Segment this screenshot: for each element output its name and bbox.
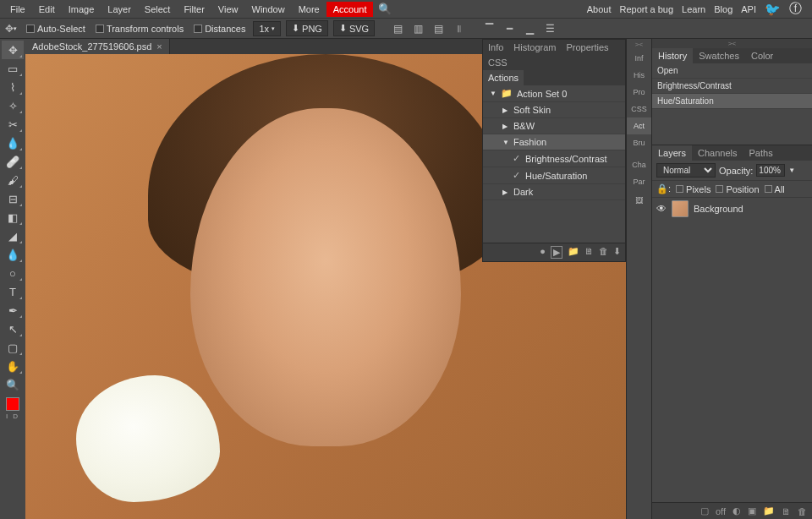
action-row[interactable]: ▶Soft Skin xyxy=(483,102,625,118)
history-item[interactable]: Hue/Saturation xyxy=(652,94,812,109)
new-layer-icon[interactable]: 🗎 xyxy=(782,506,791,516)
scale-dropdown[interactable]: 1x▾ xyxy=(253,21,281,36)
align-center-h-icon[interactable]: ▥ xyxy=(410,21,425,36)
visibility-icon[interactable]: 👁 xyxy=(656,203,667,215)
menu-window[interactable]: Window xyxy=(245,2,292,17)
collapse-arrows-icon[interactable]: >< xyxy=(652,39,812,48)
vtab-css[interactable]: CSS xyxy=(627,101,651,117)
zoom-tool[interactable]: 🔍 xyxy=(2,375,24,394)
mask-icon[interactable]: ▢ xyxy=(700,505,709,516)
canvas-area[interactable]: AdobeStock_277519606.psd × Info Histogra… xyxy=(25,39,626,519)
link-api[interactable]: API xyxy=(741,4,756,14)
export-png-button[interactable]: ⬇PNG xyxy=(286,20,328,36)
layer-thumbnail[interactable] xyxy=(672,200,689,217)
history-item[interactable]: Brightness/Contrast xyxy=(652,79,812,94)
link-learn[interactable]: Learn xyxy=(682,4,705,14)
download-icon[interactable]: ⬇ xyxy=(613,246,621,259)
action-step-row[interactable]: ✓Hue/Saturation xyxy=(483,167,625,184)
distribute-v-icon[interactable]: ☰ xyxy=(542,21,557,36)
tab-swatches[interactable]: Swatches xyxy=(693,48,745,63)
brush-tool[interactable]: 🖌 xyxy=(2,171,24,189)
distribute-h-icon[interactable]: ⫴ xyxy=(451,21,466,36)
adjustment-icon[interactable]: ◐ xyxy=(732,505,741,516)
lock-position-checkbox[interactable]: Position xyxy=(716,184,759,194)
folder-icon[interactable]: 📁 xyxy=(763,505,775,516)
history-item[interactable]: Open xyxy=(652,63,812,79)
align-left-icon[interactable]: ▤ xyxy=(390,21,405,36)
dodge-tool[interactable]: ○ xyxy=(2,264,24,282)
tab-css[interactable]: CSS xyxy=(483,55,513,70)
foreground-color-swatch[interactable] xyxy=(6,397,19,411)
new-folder-icon[interactable]: 📁 xyxy=(568,246,579,259)
action-step-row[interactable]: ✓Brightness/Contrast xyxy=(483,150,625,167)
hand-tool[interactable]: ✋ xyxy=(2,357,24,375)
transform-controls-checkbox[interactable]: Transform controls xyxy=(93,24,186,34)
tab-history[interactable]: History xyxy=(652,48,693,63)
marquee-tool[interactable]: ▭ xyxy=(2,59,24,78)
vtab-paragraph[interactable]: Par xyxy=(627,173,651,190)
lasso-tool[interactable]: ⌇ xyxy=(2,78,24,96)
blend-mode-select[interactable]: Normal xyxy=(656,163,716,178)
eraser-tool[interactable]: ◧ xyxy=(2,208,24,227)
vtab-actions[interactable]: Act xyxy=(627,117,651,134)
opacity-slider-icon[interactable]: ▼ xyxy=(788,167,795,174)
menu-view[interactable]: View xyxy=(211,2,245,17)
record-icon[interactable]: ● xyxy=(540,246,546,259)
menu-image[interactable]: Image xyxy=(62,2,102,17)
wand-tool[interactable]: ✧ xyxy=(2,96,24,115)
menu-layer[interactable]: Layer xyxy=(101,2,138,17)
layer-row[interactable]: 👁 Background xyxy=(652,198,812,220)
expand-arrows-icon[interactable]: >< xyxy=(627,39,651,50)
action-row-fashion[interactable]: ▼Fashion xyxy=(483,134,625,150)
search-icon[interactable]: 🔍 xyxy=(378,3,392,15)
path-tool[interactable]: ↖ xyxy=(2,320,24,338)
delete-icon[interactable]: 🗑 xyxy=(599,246,608,259)
menu-filter[interactable]: Filter xyxy=(177,2,211,17)
gradient-tool[interactable]: ◢ xyxy=(2,227,24,245)
menu-more[interactable]: More xyxy=(292,2,326,17)
vtab-history[interactable]: His xyxy=(627,67,651,84)
export-svg-button[interactable]: ⬇SVG xyxy=(333,20,375,36)
tab-actions[interactable]: Actions xyxy=(483,70,524,85)
menu-file[interactable]: File xyxy=(3,2,32,17)
play-icon[interactable]: ▶ xyxy=(551,246,562,259)
opacity-input[interactable]: 100% xyxy=(756,164,785,177)
menu-account[interactable]: Account xyxy=(326,2,374,17)
tab-color[interactable]: Color xyxy=(745,48,779,63)
vtab-info[interactable]: Inf xyxy=(627,50,651,67)
shape-tool[interactable]: ▢ xyxy=(2,338,24,357)
distances-checkbox[interactable]: Distances xyxy=(191,24,248,34)
stamp-tool[interactable]: ⊟ xyxy=(2,189,24,208)
heal-tool[interactable]: 🩹 xyxy=(2,152,24,171)
eyedropper-tool[interactable]: 💧 xyxy=(2,134,24,152)
mask-add-icon[interactable]: ▣ xyxy=(748,505,756,516)
link-blog[interactable]: Blog xyxy=(714,4,732,14)
tab-info[interactable]: Info xyxy=(483,40,508,55)
auto-select-checkbox[interactable]: Auto-Select xyxy=(24,24,88,34)
action-row[interactable]: ▶Dark xyxy=(483,184,625,200)
tab-paths[interactable]: Paths xyxy=(743,145,779,161)
link-bug[interactable]: Report a bug xyxy=(619,4,673,14)
align-right-icon[interactable]: ▤ xyxy=(431,21,446,36)
link-about[interactable]: About xyxy=(587,4,612,14)
document-tab[interactable]: AdobeStock_277519606.psd × xyxy=(25,39,170,54)
pen-tool[interactable]: ✒ xyxy=(2,301,24,320)
tab-layers[interactable]: Layers xyxy=(652,145,692,161)
twitter-icon[interactable]: 🐦 xyxy=(765,2,781,17)
vtab-brush[interactable]: Bru xyxy=(627,134,651,151)
tab-properties[interactable]: Properties xyxy=(561,40,613,55)
align-center-v-icon[interactable]: ━ xyxy=(502,21,517,36)
close-tab-icon[interactable]: × xyxy=(156,41,162,52)
vtab-properties[interactable]: Pro xyxy=(627,84,651,101)
vtab-thumbnail[interactable]: 🖼 xyxy=(627,190,651,210)
type-tool[interactable]: T xyxy=(2,282,24,301)
action-set-row[interactable]: ▼📁Action Set 0 xyxy=(483,85,625,102)
facebook-icon[interactable]: ⓕ xyxy=(789,1,802,17)
move-tool-icon[interactable]: ✥▾ xyxy=(3,21,19,36)
tab-channels[interactable]: Channels xyxy=(692,145,743,161)
new-action-icon[interactable]: 🗎 xyxy=(584,246,594,259)
blur-tool[interactable]: 💧 xyxy=(2,245,24,264)
tab-histogram[interactable]: Histogram xyxy=(508,40,561,55)
action-row[interactable]: ▶B&W xyxy=(483,118,625,134)
vtab-character[interactable]: Cha xyxy=(627,156,651,173)
